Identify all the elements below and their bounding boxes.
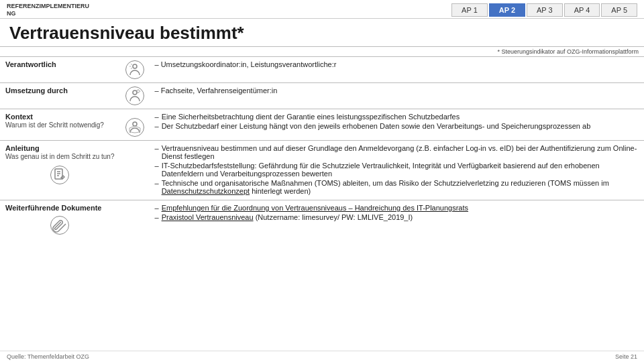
kontext-label: Kontext	[5, 113, 33, 121]
umsetzung-row: Umsetzung durch – Fachseite, Verfahrense…	[0, 83, 644, 109]
kontext-icon-cell	[120, 109, 150, 141]
weiterfuehrend-bullet-2: – Praxistool Vertrauensniveau (Nutzernam…	[155, 213, 639, 221]
kontext-label-cell: Kontext Warum ist der Schritt notwendig?	[0, 109, 120, 141]
kontext-row: Kontext Warum ist der Schritt notwendig?…	[0, 109, 644, 141]
kontext-bullet-2: – Der Schutzbedarf einer Leistung hängt …	[155, 122, 639, 130]
anleitung-bullet-1: – Vertrauensniveau bestimmen und auf die…	[155, 144, 639, 160]
kontext-sublabel: Warum ist der Schritt notwendig?	[5, 121, 104, 129]
link-praxistool[interactable]: Praxistool Vertrauensniveau	[162, 213, 254, 221]
document-pencil-icon	[50, 166, 69, 184]
anleitung-content: – Vertrauensniveau bestimmen und auf die…	[150, 141, 645, 200]
tab-ap1[interactable]: AP 1	[451, 3, 488, 17]
kontext-bullet-1: – Eine Sicherheitsbetrachtung dient der …	[155, 113, 639, 121]
tab-ap3[interactable]: AP 3	[527, 3, 563, 17]
person-icon	[125, 60, 144, 79]
page-number: Seite 21	[615, 353, 637, 360]
link-datenschutz[interactable]: Datenschutzschutzkonzept	[162, 187, 250, 195]
gear-person-icon	[125, 86, 144, 105]
page-title: Vertrauensniveau bestimmt*	[0, 19, 644, 46]
footnote-row: * Steuerungsindikator auf OZG-Informatio…	[0, 47, 644, 57]
svg-point-10	[133, 122, 137, 126]
weiterfuehrend-row: Weiterführende Dokumente – Empfehlungen …	[0, 200, 644, 239]
anleitung-sublabel: Was genau ist in dem Schritt zu tun?	[5, 153, 115, 160]
svg-line-8	[136, 90, 137, 91]
tab-ap5[interactable]: AP 5	[601, 3, 637, 17]
svg-point-5	[137, 90, 140, 93]
weiterfuehrend-bullet-1: – Empfehlungen für die Zuordnung von Ver…	[155, 204, 639, 212]
verantwortlich-icon-cell	[120, 57, 150, 83]
bottom-bar: Quelle: Themenfeldarbeit OZG Seite 21	[0, 351, 644, 362]
weiterfuehrend-label: Weiterführende Dokumente	[5, 204, 101, 212]
link-empfehlungen[interactable]: Empfehlungen für die Zuordnung von Vertr…	[162, 204, 468, 212]
paperclip-icon	[50, 216, 69, 235]
verantwortlich-row: Verantwortlich – Umsetzungskoordinator:i…	[0, 57, 644, 83]
anleitung-icon-cell	[120, 141, 150, 200]
kontext-content: – Eine Sicherheitsbetrachtung dient der …	[150, 109, 645, 141]
weiterfuehrend-content: – Empfehlungen für die Zuordnung von Ver…	[150, 200, 645, 239]
umsetzung-label: Umsetzung durch	[0, 83, 120, 109]
top-header: REFERENZIMPLEMENTIERU NG AP 1 AP 2 AP 3 …	[0, 0, 644, 19]
source-label: Quelle: Themenfeldarbeit OZG	[7, 353, 89, 360]
anleitung-bullet-2: – IT-Schutzbedarfsfeststellung: Gefährdu…	[155, 162, 639, 178]
svg-point-4	[133, 90, 137, 95]
shield-person-icon	[125, 118, 144, 137]
svg-line-1	[131, 64, 132, 65]
anleitung-label-cell: Anleitung Was genau ist in dem Schritt z…	[0, 141, 120, 200]
main-table: * Steuerungsindikator auf OZG-Informatio…	[0, 46, 644, 238]
umsetzung-content: – Fachseite, Verfahrenseigentümer:in	[150, 83, 645, 109]
logo: REFERENZIMPLEMENTIERU NG	[7, 3, 89, 17]
weiterfuehrend-icon-cell	[120, 200, 150, 239]
verantwortlich-content: – Umsetzungskoordinator:in, Leistungsver…	[150, 57, 645, 83]
footnote-text: * Steuerungsindikator auf OZG-Informatio…	[0, 47, 644, 57]
verantwortlich-label: Verantwortlich	[0, 57, 120, 83]
umsetzung-icon-cell	[120, 83, 150, 109]
anleitung-bullet-3: – Technische und organisatorische Maßnah…	[155, 179, 639, 195]
tab-ap4[interactable]: AP 4	[564, 3, 600, 17]
weiterfuehrend-label-cell: Weiterführende Dokumente	[0, 200, 120, 239]
ap-tabs: AP 1 AP 2 AP 3 AP 4 AP 5	[451, 3, 637, 17]
tab-ap2[interactable]: AP 2	[489, 3, 525, 17]
anleitung-label: Anleitung	[5, 144, 40, 152]
anleitung-row: Anleitung Was genau ist in dem Schritt z…	[0, 141, 644, 200]
svg-point-0	[133, 64, 137, 68]
svg-line-3	[131, 68, 132, 69]
